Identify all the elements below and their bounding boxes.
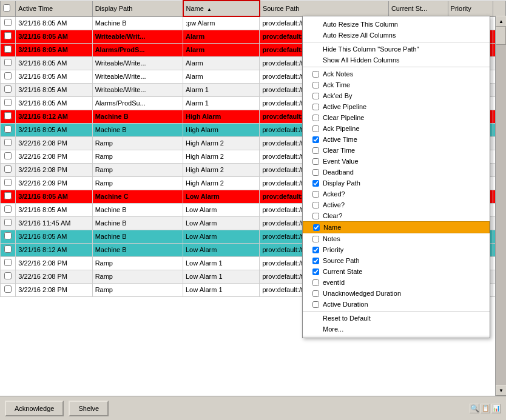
search-icon[interactable]: 🔍 [470,404,479,413]
menu-item-checkbox[interactable] [312,71,319,78]
row-checkbox-cell[interactable] [1,256,16,270]
row-checkbox-cell[interactable] [1,16,16,30]
row-checkbox[interactable] [4,179,12,186]
menu-item-checkbox[interactable] [312,104,319,110]
context-menu-item[interactable]: Show All Hidden Columns [303,55,490,65]
row-checkbox[interactable] [4,85,12,93]
row-checkbox-cell[interactable] [1,110,16,123]
row-checkbox[interactable] [4,232,12,239]
shelve-button[interactable]: Shelve [69,401,109,416]
row-checkbox[interactable] [4,72,12,79]
vertical-scrollbar[interactable]: ▲ ▼ [495,16,506,396]
menu-item-checkbox[interactable] [312,301,319,308]
menu-item-checkbox[interactable] [312,125,319,132]
context-menu-item[interactable]: Auto Resize All Columns [303,30,490,41]
scroll-thumb[interactable] [496,27,506,45]
row-checkbox-cell[interactable] [1,243,16,256]
menu-item-checkbox[interactable] [312,93,319,99]
row-checkbox-cell[interactable] [1,83,16,96]
row-checkbox[interactable] [4,32,12,39]
row-checkbox[interactable] [4,152,12,159]
row-checkbox-cell[interactable] [1,176,16,190]
row-checkbox[interactable] [4,205,12,213]
row-checkbox[interactable] [4,99,12,106]
menu-item-checkbox[interactable] [312,247,319,253]
context-menu-item[interactable]: Clear Pipeline [303,112,490,123]
copy-icon[interactable]: 📋 [481,404,490,413]
row-checkbox[interactable] [4,245,12,253]
header-check[interactable] [1,1,16,16]
context-menu-item[interactable]: Acked? [303,188,490,199]
scroll-track[interactable] [496,27,506,385]
row-checkbox[interactable] [4,272,12,279]
context-menu-item[interactable]: Reset to Default [303,313,490,324]
menu-item-checkbox[interactable] [312,136,319,143]
menu-item-checkbox[interactable] [312,268,319,275]
scroll-down-arrow[interactable]: ▼ [496,385,506,396]
menu-item-checkbox[interactable] [312,169,319,176]
context-menu-item[interactable]: Name [303,221,490,233]
menu-item-checkbox[interactable] [312,82,319,88]
header-active-time[interactable]: Active Time [16,1,92,16]
context-menu-item[interactable]: Clear? [303,210,490,221]
context-menu-item[interactable]: Ack Time [303,79,490,90]
row-checkbox-cell[interactable] [1,150,16,163]
row-checkbox[interactable] [4,165,12,173]
row-checkbox-cell[interactable] [1,56,16,70]
export-icon[interactable]: 📊 [491,404,501,413]
context-menu-item[interactable]: Event Value [303,156,490,167]
menu-item-checkbox[interactable] [312,158,319,165]
context-menu-item[interactable]: Current State [303,266,490,277]
menu-item-checkbox[interactable] [312,258,319,264]
context-menu-item[interactable]: Unacknowledged Duration [303,288,490,299]
row-checkbox-cell[interactable] [1,216,16,230]
row-checkbox[interactable] [4,219,12,226]
row-checkbox-cell[interactable] [1,70,16,83]
menu-item-checkbox[interactable] [312,236,319,242]
menu-item-checkbox[interactable] [313,224,320,231]
header-display-path[interactable]: Display Path [92,1,183,16]
menu-item-checkbox[interactable] [312,279,319,286]
header-name[interactable]: Name ▲ [183,1,260,16]
row-checkbox-cell[interactable] [1,136,16,150]
menu-item-checkbox[interactable] [312,290,319,297]
header-source-path[interactable]: Source Path [260,1,389,16]
context-menu-item[interactable]: More... [303,324,490,335]
menu-item-checkbox[interactable] [312,147,319,154]
context-menu-item[interactable]: Display Path [303,178,490,188]
row-checkbox[interactable] [4,112,12,119]
row-checkbox[interactable] [4,59,12,66]
acknowledge-button[interactable]: Acknowledge [5,401,64,416]
context-menu-item[interactable]: Source Path [303,255,490,266]
row-checkbox[interactable] [4,192,12,199]
context-menu-item[interactable]: Ack'ed By [303,90,490,101]
row-checkbox-cell[interactable] [1,123,16,136]
context-menu-item[interactable]: Active? [303,199,490,210]
context-menu-item[interactable]: Ack Pipeline [303,123,490,134]
row-checkbox-cell[interactable] [1,203,16,216]
context-menu-item[interactable]: Hide This Column "Source Path" [303,44,490,55]
row-checkbox-cell[interactable] [1,190,16,203]
row-checkbox-cell[interactable] [1,96,16,110]
header-current-state[interactable]: Current St... [388,1,448,16]
row-checkbox[interactable] [4,45,12,53]
menu-item-checkbox[interactable] [312,115,319,121]
menu-item-checkbox[interactable] [312,213,319,219]
context-menu-item[interactable]: Clear Time [303,145,490,156]
row-checkbox-cell[interactable] [1,283,16,296]
menu-item-checkbox[interactable] [312,180,319,187]
context-menu-item[interactable]: Deadband [303,167,490,178]
row-checkbox-cell[interactable] [1,163,16,176]
row-checkbox[interactable] [4,259,12,266]
row-checkbox-cell[interactable] [1,30,16,43]
context-menu-item[interactable]: Active Time [303,134,490,145]
context-menu-item[interactable]: Active Duration [303,299,490,310]
select-all-checkbox[interactable] [3,4,10,12]
menu-item-checkbox[interactable] [312,202,319,208]
context-menu-item[interactable]: Auto Resize This Column [303,19,490,30]
context-menu-item[interactable]: eventId [303,277,490,288]
row-checkbox[interactable] [4,139,12,146]
menu-item-checkbox[interactable] [312,191,319,198]
context-menu-item[interactable]: Notes [303,233,490,244]
row-checkbox[interactable] [4,19,12,26]
